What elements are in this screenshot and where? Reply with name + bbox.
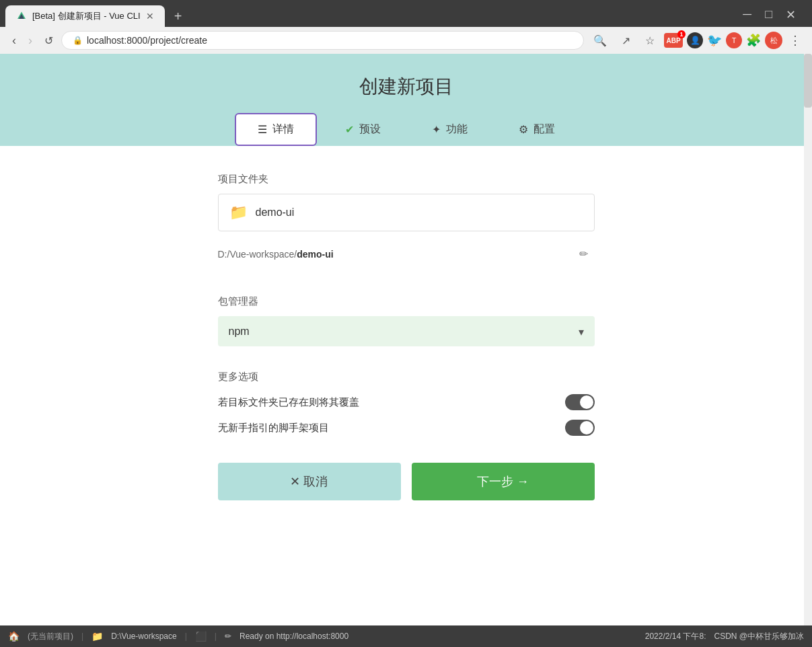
preset-tab-icon: ✔ (345, 123, 354, 136)
path-display: D:/Vue-workspace/demo-ui (218, 249, 334, 260)
overwrite-toggle-knob (580, 395, 593, 409)
tab-title: [Beta] 创建新项目 - Vue CLI (32, 10, 141, 22)
home-icon: 🏠 (8, 631, 20, 642)
features-tab-label: 功能 (446, 122, 468, 137)
scrollbar-track[interactable] (804, 54, 812, 625)
status-sep-1: | (81, 632, 83, 641)
folder-name: demo-ui (256, 206, 295, 219)
next-button[interactable]: 下一步 → (412, 463, 595, 500)
package-manager-label: 包管理器 (218, 295, 595, 308)
package-manager-select[interactable]: npm yarn pnpm (218, 316, 595, 346)
scaffold-toggle-label: 无新手指引的脚手架项目 (218, 422, 329, 434)
address-text: localhost:8000/project/create (87, 35, 207, 46)
overwrite-toggle-label: 若目标文件夹已存在则将其覆盖 (218, 396, 359, 409)
preset-tab-label: 预设 (359, 122, 381, 137)
config-tab-icon: ⚙ (519, 123, 528, 136)
vue-favicon (16, 11, 27, 22)
page-content: 创建新项目 ☰ 详情 ✔ 预设 ✦ 功能 (0, 54, 812, 625)
user-profile-red[interactable]: 松 (765, 32, 782, 49)
path-bold: demo-ui (297, 249, 333, 260)
details-tab-icon: ☰ (258, 123, 267, 136)
tab-close-icon[interactable]: ✕ (146, 11, 154, 22)
terminal-icon: ⬛ (195, 631, 207, 642)
project-folder-section: 项目文件夹 📁 demo-ui (218, 173, 595, 231)
abp-badge: 1 (677, 30, 686, 38)
extension-icon-2[interactable]: T (726, 32, 742, 48)
status-sep-3: | (215, 632, 217, 641)
active-tab[interactable]: [Beta] 创建新项目 - Vue CLI ✕ (5, 5, 165, 27)
package-manager-section: 包管理器 npm yarn pnpm ▾ (218, 295, 595, 346)
search-icon[interactable]: 🔍 (588, 32, 612, 50)
features-tab-icon: ✦ (432, 123, 441, 136)
folder-icon: 📁 (229, 204, 248, 221)
project-folder-box: 📁 demo-ui (218, 194, 595, 231)
forward-button[interactable]: › (24, 32, 36, 49)
scaffold-toggle-knob (580, 421, 593, 434)
status-bar: 🏠 (无当前项目) | 📁 D:\Vue-workspace | ⬛ | ✏ R… (0, 625, 812, 647)
bookmark-icon[interactable]: ☆ (640, 32, 660, 50)
address-input[interactable]: 🔒 localhost:8000/project/create (61, 31, 584, 50)
scaffold-toggle[interactable] (565, 420, 595, 436)
page-header: 创建新项目 ☰ 详情 ✔ 预设 ✦ 功能 (0, 54, 812, 146)
toggle-row-scaffold: 无新手指引的脚手架项目 (218, 420, 595, 436)
folder-status-icon: 📁 (91, 631, 103, 642)
reload-button[interactable]: ↺ (40, 33, 57, 48)
tab-features[interactable]: ✦ 功能 (409, 113, 490, 146)
cancel-button[interactable]: ✕ 取消 (218, 463, 401, 500)
window-controls: ─ □ ✕ (737, 7, 807, 25)
datetime-text: 2022/2/14 下午8: (645, 631, 706, 642)
more-options-label: 更多选项 (218, 371, 595, 383)
edit-path-button[interactable]: ✏ (573, 243, 595, 264)
ready-text: Ready on http://localhost:8000 (239, 632, 348, 641)
new-tab-button[interactable]: + (168, 6, 189, 27)
more-options-section: 更多选项 若目标文件夹已存在则将其覆盖 无新手指引的脚手架项目 (218, 371, 595, 436)
extension-icon-1[interactable]: 🐦 (707, 33, 722, 48)
action-buttons: ✕ 取消 下一步 → (218, 463, 595, 500)
csdn-text: CSDN @中杯甘乐够加冰 (714, 631, 804, 642)
tab-preset[interactable]: ✔ 预设 (322, 113, 404, 146)
overwrite-toggle[interactable] (565, 394, 595, 410)
tabs-navigation: ☰ 详情 ✔ 预设 ✦ 功能 ⚙ 配置 (0, 113, 812, 146)
abp-extension[interactable]: ABP 1 (664, 33, 683, 48)
details-tab-label: 详情 (272, 122, 294, 137)
minimize-icon[interactable]: ─ (737, 7, 757, 22)
maximize-icon[interactable]: □ (760, 7, 778, 22)
path-prefix: D:/Vue-workspace/ (218, 249, 297, 260)
browser-window: [Beta] 创建新项目 - Vue CLI ✕ + ─ □ ✕ ‹ › ↺ 🔒… (0, 0, 812, 647)
project-folder-label: 项目文件夹 (218, 173, 595, 186)
toggle-row-overwrite: 若目标文件夹已存在则将其覆盖 (218, 394, 595, 410)
share-icon[interactable]: ↗ (616, 32, 636, 50)
select-wrapper: npm yarn pnpm ▾ (218, 316, 595, 346)
no-project-label: (无当前项目) (28, 631, 73, 642)
lock-icon: 🔒 (73, 36, 83, 45)
extension-icon-3[interactable]: 🧩 (746, 33, 761, 48)
back-button[interactable]: ‹ (8, 32, 20, 49)
tab-bar: [Beta] 创建新项目 - Vue CLI ✕ + ─ □ ✕ (0, 0, 812, 27)
config-tab-label: 配置 (533, 122, 555, 137)
status-sep-2: | (185, 632, 187, 641)
pencil-icon: ✏ (225, 632, 231, 641)
path-row: D:/Vue-workspace/demo-ui ✏ (218, 237, 595, 271)
tab-config[interactable]: ⚙ 配置 (496, 113, 578, 146)
workspace-path: D:\Vue-workspace (111, 632, 177, 641)
scrollbar-thumb[interactable] (804, 54, 812, 108)
more-menu-icon[interactable]: ⋮ (786, 33, 804, 48)
form-area: 项目文件夹 📁 demo-ui D:/Vue-workspace/demo-ui… (205, 146, 608, 527)
close-icon[interactable]: ✕ (780, 7, 801, 22)
user-avatar[interactable]: 👤 (687, 32, 703, 48)
page-title: 创建新项目 (0, 74, 812, 100)
address-bar: ‹ › ↺ 🔒 localhost:8000/project/create 🔍 … (0, 27, 812, 54)
tab-details[interactable]: ☰ 详情 (235, 113, 317, 146)
